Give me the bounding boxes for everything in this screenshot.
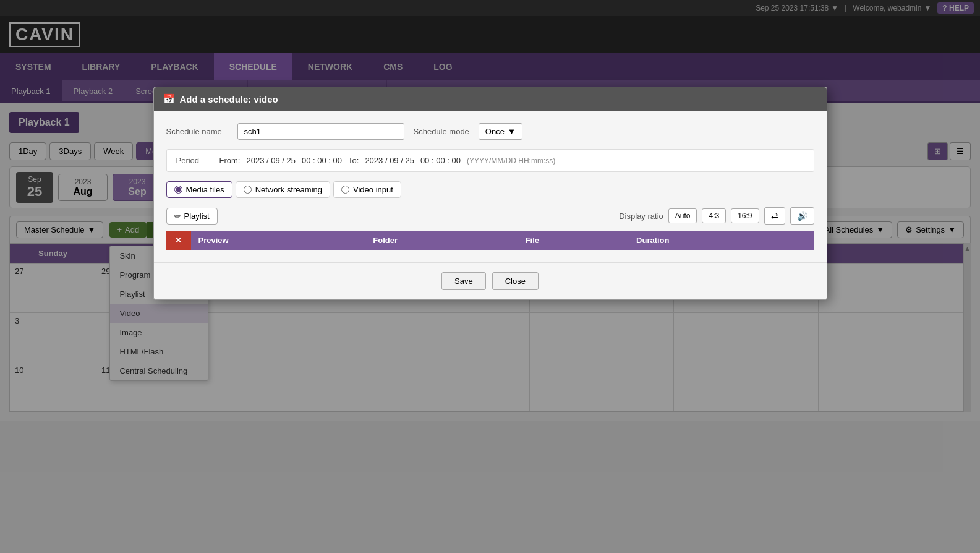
period-label: Period <box>176 156 213 165</box>
schedule-name-row: Schedule name Schedule mode Once ▼ <box>166 123 814 140</box>
radio-media-files-label: Media files <box>186 185 224 194</box>
radio-network-streaming-input[interactable] <box>244 186 252 194</box>
shuffle-button[interactable]: ⇄ <box>764 207 785 225</box>
radio-video-input-input[interactable] <box>341 186 349 194</box>
from-time: 00 : 00 : 00 <box>302 156 342 165</box>
date-format-hint: (YYYY/MM/DD HH:mm:ss) <box>467 156 555 165</box>
file-table-header-row: ✕ Preview Folder File Duration <box>166 231 814 250</box>
shuffle-icon: ⇄ <box>771 211 778 221</box>
source-radio-tabs: Media files Network streaming Video inpu… <box>166 181 814 198</box>
radio-media-files[interactable]: Media files <box>166 181 232 198</box>
table-header-preview: Preview <box>191 231 366 250</box>
period-row: Period From: 2023 / 09 / 25 00 : 00 : 00… <box>166 149 814 172</box>
file-toolbar: ✏ Playlist Display ratio Auto 4:3 16:9 ⇄… <box>166 207 814 225</box>
dialog-overlay: 📅 Add a schedule: video Schedule name Sc… <box>0 0 980 553</box>
dialog-body: Schedule name Schedule mode Once ▼ Perio… <box>154 111 827 262</box>
schedule-mode-label: Schedule mode <box>414 127 469 136</box>
ratio-auto-button[interactable]: Auto <box>668 208 697 223</box>
playlist-label: Playlist <box>184 212 210 221</box>
to-time: 00 : 00 : 00 <box>420 156 461 165</box>
radio-media-files-input[interactable] <box>174 186 182 194</box>
to-date: 2023 / 09 / 25 <box>365 156 414 165</box>
add-schedule-dialog: 📅 Add a schedule: video Schedule name Sc… <box>153 87 827 300</box>
dialog-title: Add a schedule: video <box>180 94 278 105</box>
from-label: From: <box>219 156 241 165</box>
audio-button[interactable]: 🔊 <box>790 207 814 225</box>
radio-video-input-label: Video input <box>353 185 393 194</box>
mode-value: Once <box>485 127 505 136</box>
table-header-delete: ✕ <box>166 231 191 250</box>
audio-icon: 🔊 <box>797 211 807 221</box>
dialog-icon: 📅 <box>163 93 175 105</box>
radio-network-streaming[interactable]: Network streaming <box>236 181 330 198</box>
close-button[interactable]: Close <box>492 272 539 290</box>
dialog-footer: Save Close <box>154 262 827 299</box>
dialog-header: 📅 Add a schedule: video <box>154 87 827 111</box>
radio-network-streaming-label: Network streaming <box>255 185 322 194</box>
radio-video-input[interactable]: Video input <box>333 181 401 198</box>
file-table: ✕ Preview Folder File Duration <box>166 231 814 250</box>
ratio-4-3-button[interactable]: 4:3 <box>702 208 726 223</box>
save-button[interactable]: Save <box>441 272 486 290</box>
display-ratio-controls: Display ratio Auto 4:3 16:9 ⇄ 🔊 <box>619 207 814 225</box>
schedule-mode-select[interactable]: Once ▼ <box>479 123 522 140</box>
table-header-file: File <box>518 231 629 250</box>
display-ratio-label: Display ratio <box>619 212 663 221</box>
from-date: 2023 / 09 / 25 <box>246 156 296 165</box>
to-label: To: <box>348 156 359 165</box>
table-header-duration: Duration <box>629 231 814 250</box>
schedule-name-input[interactable] <box>237 123 404 140</box>
ratio-16-9-button[interactable]: 16:9 <box>731 208 759 223</box>
schedule-name-label: Schedule name <box>166 127 228 136</box>
pencil-icon: ✏ <box>174 212 181 221</box>
table-header-folder: Folder <box>365 231 518 250</box>
playlist-button[interactable]: ✏ Playlist <box>166 208 218 225</box>
mode-arrow-icon: ▼ <box>508 127 516 136</box>
